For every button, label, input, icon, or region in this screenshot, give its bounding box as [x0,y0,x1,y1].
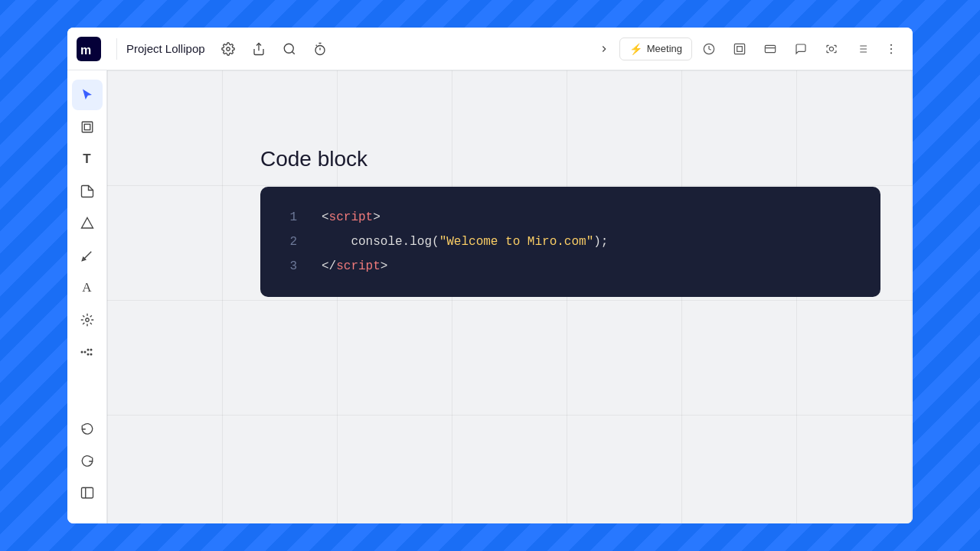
code-part: < [322,210,329,224]
code-string: "Welcome to Miro.com" [439,235,594,249]
frames-tool-button[interactable] [72,112,103,142]
svg-point-30 [90,349,92,351]
share-button[interactable] [245,35,273,63]
code-part: > [381,259,388,273]
timer-button[interactable] [306,35,334,63]
tag-name: script [329,210,374,224]
shapes-tool-button[interactable] [72,208,103,239]
sticky-tool-button[interactable] [72,176,103,207]
topbar-divider [116,38,117,60]
tag-name: script [336,259,381,273]
svg-rect-9 [737,46,743,51]
svg-point-29 [87,349,89,351]
meeting-label: Meeting [647,43,682,54]
code-part: > [373,210,381,224]
bolt-icon: ⚡ [629,43,642,55]
settings-button[interactable] [214,35,242,63]
code-part: </ [322,259,336,273]
code-content-2: console.log("Welcome to Miro.com"); [322,230,608,254]
more-tools-button[interactable] [72,337,103,367]
code-part: ); [593,235,608,249]
section-title: Code block [260,147,880,171]
svg-point-21 [890,52,892,54]
code-content-1: <script> [322,205,381,230]
miro-logo: m [77,37,101,61]
toolbar-bottom [72,413,103,514]
svg-text:m: m [80,44,91,57]
code-part: console.log( [322,235,439,249]
topbar-icons [214,35,334,63]
svg-point-12 [829,47,833,51]
code-line-1: 1 <script> [285,205,856,230]
code-line-3: 3 </script> [285,254,856,279]
line-number-3: 3 [285,254,297,279]
topbar-right: ⚡ Meeting [592,35,903,63]
toggle-panel-button[interactable] [72,478,103,508]
cursor-dot [456,399,463,407]
undo-button[interactable] [72,413,103,444]
timer-right-button[interactable] [695,35,723,63]
svg-marker-24 [81,218,93,229]
svg-rect-10 [765,45,775,52]
canvas[interactable]: Code block 1 <script> 2 console.log("We [107,70,913,523]
svg-point-31 [87,354,89,356]
svg-rect-8 [734,44,744,54]
pen-tool-button[interactable] [72,240,103,271]
eraser-tool-button[interactable]: A [72,272,103,303]
line-number-1: 1 [285,205,297,230]
frame-button[interactable] [726,35,753,63]
meeting-button[interactable]: ⚡ Meeting [619,37,692,60]
svg-rect-22 [82,122,93,132]
code-block[interactable]: 1 <script> 2 console.log("Welcome to Mir… [260,187,880,297]
svg-rect-33 [81,487,93,498]
svg-rect-23 [84,124,90,130]
svg-point-32 [90,354,92,356]
svg-point-27 [80,351,83,354]
main-area: T [67,70,913,523]
code-line-2: 2 console.log("Welcome to Miro.com"); [285,230,856,254]
svg-point-26 [85,318,89,322]
code-content-3: </script> [322,254,387,279]
svg-point-28 [83,351,86,354]
comment-button[interactable] [787,35,815,63]
svg-line-5 [292,51,294,54]
text-tool-button[interactable]: T [72,144,103,174]
capture-button[interactable] [818,35,845,63]
more-options-button[interactable] [879,37,903,61]
topbar: m Project Lollipop [67,28,913,70]
apps-tool-button[interactable] [72,305,103,335]
topbar-left: m Project Lollipop [77,35,592,63]
redo-button[interactable] [72,445,103,476]
svg-point-2 [226,47,230,51]
canvas-content: Code block 1 <script> 2 console.log("We [260,147,880,297]
project-title: Project Lollipop [126,42,205,55]
expand-panel-button[interactable] [592,37,616,61]
left-toolbar: T [67,70,107,523]
svg-point-20 [890,47,892,49]
svg-point-4 [284,44,293,53]
card-button[interactable] [756,35,784,63]
svg-point-19 [890,44,892,45]
search-button[interactable] [276,35,303,63]
line-number-2: 2 [285,230,297,254]
select-tool-button[interactable] [72,80,103,110]
list-button[interactable] [848,35,876,63]
